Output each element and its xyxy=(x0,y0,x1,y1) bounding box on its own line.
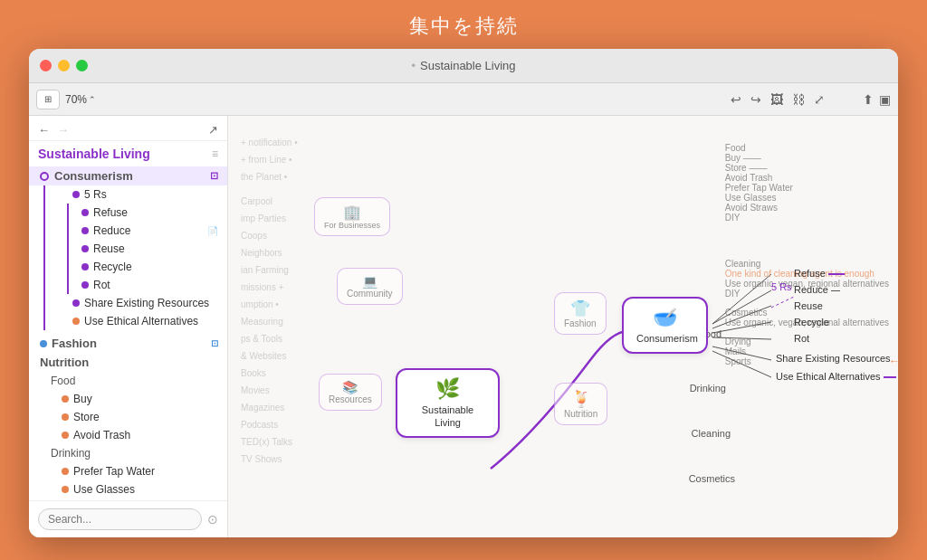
toolbar: ⊞ 70% ⌃ ↩ ↪ 🖼 ⛓ ⤢ ⬆ ▣ xyxy=(29,83,898,116)
store-dot xyxy=(62,413,69,421)
ghost-node-resources: 📚Resources xyxy=(319,374,382,411)
share-dot xyxy=(72,299,80,307)
fashion-dot xyxy=(40,340,47,347)
branch-refuse: Refuse xyxy=(794,268,845,279)
tree-label-reduce: Reduce xyxy=(93,224,130,237)
tree-item-drinking[interactable]: Drinking xyxy=(29,444,227,462)
sidebar-tree: Consumerism ⊡ 5 Rs Refuse xyxy=(29,166,227,500)
tree-item-reuse[interactable]: Reuse xyxy=(74,240,227,258)
fullscreen-button[interactable] xyxy=(76,60,88,71)
image-icon[interactable]: 🖼 xyxy=(770,92,783,107)
recycle-dot xyxy=(81,263,89,271)
right-cosmetics-label: Cosmetics xyxy=(689,473,735,484)
rot-dot xyxy=(81,281,89,289)
tree-item-refuse[interactable]: Refuse xyxy=(74,204,227,222)
reduce-dot xyxy=(81,227,89,234)
back-icon[interactable]: ← xyxy=(38,123,50,137)
tree-label-ethical: Use Ethical Alternatives xyxy=(84,315,198,327)
5rs-dot xyxy=(72,191,80,198)
window: • Sustainable Living ⊞ 70% ⌃ ↩ ↪ 🖼 ⛓ ⤢ ⬆… xyxy=(29,49,898,537)
tree-item-consumerism[interactable]: Consumerism ⊡ xyxy=(29,166,227,185)
close-button[interactable] xyxy=(40,60,52,71)
tree-label-glasses: Use Glasses xyxy=(73,483,135,496)
toolbar-icons: ↩ ↪ 🖼 ⛓ ⤢ xyxy=(731,92,825,107)
tree-item-fashion[interactable]: Fashion ⊡ xyxy=(29,334,227,353)
consumerism-label: Consumerism xyxy=(636,333,698,344)
branch-reuse: Reuse xyxy=(794,300,823,311)
main-node-label: Sustainable Living xyxy=(422,404,474,428)
sidebar-title-row: Sustainable Living ≡ xyxy=(29,141,227,166)
tree-label-fashion: Fashion xyxy=(52,337,97,350)
undo-icon[interactable]: ↩ xyxy=(731,92,741,107)
ghost-node-fashion: 👕Fashion xyxy=(554,292,607,335)
glasses-dot xyxy=(62,486,69,493)
sync-icon: ⊡ xyxy=(210,170,218,182)
ghost-node-community: 💻Community xyxy=(337,268,403,305)
main-node-icon: 🌿 xyxy=(410,377,485,401)
tree-label-store: Store xyxy=(73,411,100,423)
forward-icon[interactable]: → xyxy=(57,123,69,137)
tree-label-tap-water: Prefer Tap Water xyxy=(73,465,155,478)
tree-item-glasses[interactable]: Use Glasses xyxy=(29,480,227,498)
title-dot: • xyxy=(411,59,416,72)
sidebar: ← → ↗ Sustainable Living ≡ Consumerism ⊡ xyxy=(29,116,228,537)
sidebar-options-icon[interactable]: ≡ xyxy=(212,147,218,160)
branch-recycle: Recycle xyxy=(794,317,829,327)
tree-label-food: Food xyxy=(51,375,75,387)
tree-item-rot[interactable]: Rot xyxy=(74,276,227,294)
consumerism-node[interactable]: 🥣 Consumerism xyxy=(622,297,708,354)
content: ← → ↗ Sustainable Living ≡ Consumerism ⊡ xyxy=(29,116,898,537)
tree-item-buy[interactable]: Buy xyxy=(29,390,227,408)
zoom-display: 70% ⌃ xyxy=(65,93,96,106)
sidebar-nav: ← → xyxy=(38,123,69,137)
sidebar-header: ← → ↗ xyxy=(29,116,227,141)
redo-icon[interactable]: ↪ xyxy=(750,92,761,107)
search-filter-icon[interactable]: ⊙ xyxy=(207,512,218,527)
link-icon[interactable]: ⛓ xyxy=(792,92,805,107)
tree-item-ethical[interactable]: Use Ethical Alternatives xyxy=(63,312,227,330)
branch-5rs: 5 Rs xyxy=(771,281,792,292)
branch-reduce: Reduce xyxy=(794,284,840,295)
tree-item-5rs[interactable]: 5 Rs xyxy=(63,185,227,204)
tree-label-drinking: Drinking xyxy=(51,447,91,460)
consumerism-icon: 🥣 xyxy=(636,306,693,329)
buy-dot xyxy=(62,395,69,403)
ethical-dot xyxy=(72,318,80,325)
panel-icon[interactable]: ▣ xyxy=(879,92,891,107)
refuse-dot xyxy=(81,209,89,216)
tree-label-refuse: Refuse xyxy=(93,206,128,219)
zoom-chevron[interactable]: ⌃ xyxy=(89,95,96,104)
tree-item-store[interactable]: Store xyxy=(29,408,227,426)
tree-item-avoid-trash[interactable]: Avoid Trash xyxy=(29,426,227,444)
tree-item-tap-water[interactable]: Prefer Tap Water xyxy=(29,462,227,480)
fashion-icon: ⊡ xyxy=(211,338,218,348)
tree-item-share[interactable]: Share Existing Resources xyxy=(63,294,227,312)
map-area[interactable]: + notification • + from Line • the Plane… xyxy=(228,116,898,537)
tree-item-reduce[interactable]: Reduce 📄 xyxy=(74,222,227,240)
grid-view-button[interactable]: ⊞ xyxy=(36,90,60,109)
tree-label-avoid-trash: Avoid Trash xyxy=(73,429,130,441)
minimize-button[interactable] xyxy=(58,60,70,71)
tree-item-recycle[interactable]: Recycle xyxy=(74,258,227,276)
tree-label-recycle: Recycle xyxy=(93,261,132,273)
tree-item-nutrition[interactable]: Nutrition xyxy=(29,353,227,372)
share-icon[interactable]: ⬆ xyxy=(863,92,874,107)
collapse-icon[interactable]: ↗ xyxy=(208,123,218,137)
tree-label-5rs: 5 Rs xyxy=(84,188,107,201)
sidebar-search: ⊙ xyxy=(29,500,227,537)
reduce-badge: 📄 xyxy=(207,226,218,236)
tree-label-consumerism: Consumerism xyxy=(54,169,133,183)
tree-item-food[interactable]: Food xyxy=(29,372,227,390)
ghost-node-businesses: 🏢For Businesses xyxy=(314,197,390,236)
ghost-node-nutrition: 🍹Nutrition xyxy=(554,383,607,425)
branch-ethical: Use Ethical Alternatives xyxy=(776,371,896,382)
expand-icon[interactable]: ⤢ xyxy=(814,92,825,107)
reuse-dot xyxy=(81,245,89,252)
tree-label-buy: Buy xyxy=(73,393,92,405)
search-input[interactable] xyxy=(38,508,202,530)
titlebar: • Sustainable Living xyxy=(29,49,898,83)
traffic-lights xyxy=(40,60,88,71)
main-node[interactable]: 🌿 Sustainable Living xyxy=(396,368,500,438)
right-cleaning-label: Cleaning xyxy=(692,428,731,439)
tap-water-dot xyxy=(62,468,69,475)
